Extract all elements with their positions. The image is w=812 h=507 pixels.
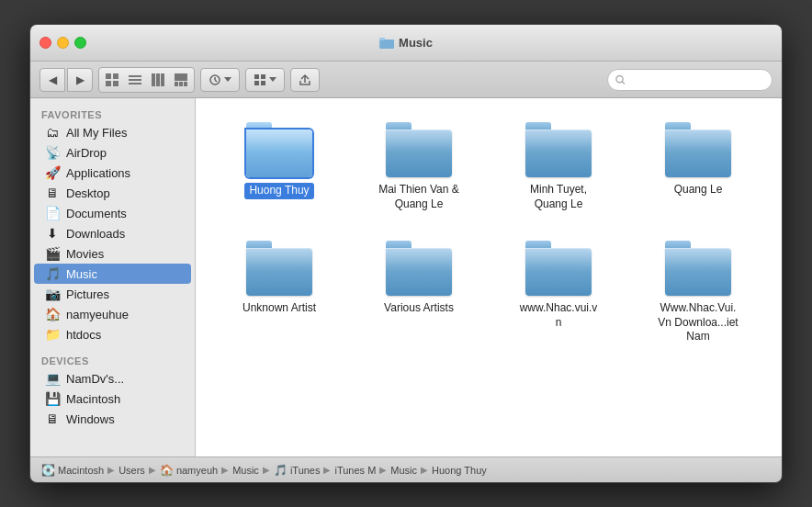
file-label: Huong Thuy <box>244 183 313 199</box>
finder-window: Music ◀ ▶ <box>29 24 783 483</box>
desktop-icon: 🖥 <box>45 186 60 200</box>
arrange-button[interactable] <box>245 68 285 92</box>
file-item-www-nhac[interactable]: www.Nhac.vui.vn <box>493 235 624 350</box>
svg-line-24 <box>622 81 625 84</box>
maximize-button[interactable] <box>74 37 86 49</box>
sidebar-item-airdrop[interactable]: 📡 AirDrop <box>34 142 191 163</box>
svg-rect-20 <box>261 74 265 79</box>
sidebar-item-downloads[interactable]: ⬇ Downloads <box>34 223 191 243</box>
column-view-button[interactable] <box>147 70 169 90</box>
sidebar-item-namyeuhue[interactable]: 🏠 namyeuhue <box>34 304 191 324</box>
svg-rect-15 <box>184 82 187 86</box>
back-button[interactable]: ◀ <box>39 68 65 92</box>
user-breadcrumb-icon: 🏠 <box>160 464 174 477</box>
sidebar-item-music[interactable]: 🎵 Music <box>34 264 191 284</box>
file-label: Various Artists <box>384 301 454 316</box>
file-item-huong-thuy[interactable]: Huong Thuy <box>214 117 344 217</box>
sidebar-item-documents[interactable]: 📄 Documents <box>34 203 191 223</box>
search-input[interactable] <box>629 73 764 86</box>
sidebar-item-pictures[interactable]: 📷 Pictures <box>34 284 191 304</box>
breadcrumb-itunes[interactable]: 🎵 iTunes <box>274 464 321 477</box>
folder-icon <box>246 241 312 296</box>
svg-rect-21 <box>254 81 259 85</box>
documents-icon: 📄 <box>45 206 60 220</box>
svg-rect-19 <box>254 74 259 79</box>
all-my-files-icon: 🗂 <box>45 125 60 140</box>
folder-icon <box>246 122 312 177</box>
icon-view-button[interactable] <box>101 70 123 90</box>
action-button[interactable] <box>200 68 240 92</box>
sidebar-item-windows[interactable]: 🖥 Windows <box>34 409 191 429</box>
sidebar-item-label: Music <box>66 267 97 281</box>
breadcrumb-music2[interactable]: Music <box>390 465 417 476</box>
htdocs-icon: 📁 <box>45 327 60 342</box>
sidebar-item-label: Pictures <box>66 287 109 301</box>
breadcrumb-users[interactable]: Users <box>118 465 145 476</box>
svg-rect-9 <box>152 73 155 86</box>
svg-rect-14 <box>179 82 183 86</box>
svg-rect-7 <box>129 79 141 81</box>
breadcrumb-music[interactable]: Music <box>232 465 259 476</box>
title-folder-icon <box>379 38 394 49</box>
titlebar: Music <box>30 25 782 62</box>
cover-flow-button[interactable] <box>170 70 192 90</box>
file-grid: Huong Thuy Mai Thien Van & Quang Le <box>214 117 763 350</box>
file-label: Minh Tuyet, Quang Le <box>517 183 600 211</box>
list-view-button[interactable] <box>124 70 146 90</box>
folder-icon <box>386 122 452 177</box>
statusbar: 💽 Macintosh ▶ Users ▶ 🏠 namyeuh ▶ Music … <box>30 456 782 482</box>
svg-rect-8 <box>129 83 141 84</box>
file-label: Mai Thien Van & Quang Le <box>378 183 460 211</box>
folder-icon <box>386 241 452 296</box>
sidebar-item-movies[interactable]: 🎬 Movies <box>34 243 191 264</box>
namdvs-icon: 💻 <box>45 371 60 386</box>
share-button[interactable] <box>290 68 320 92</box>
sidebar-item-applications[interactable]: 🚀 Applications <box>34 163 191 183</box>
minimize-button[interactable] <box>57 37 69 49</box>
sidebar-item-label: Movies <box>66 247 104 261</box>
file-item-mai-thien-van[interactable]: Mai Thien Van & Quang Le <box>354 117 484 217</box>
svg-rect-0 <box>379 39 394 49</box>
sidebar-item-namdvs[interactable]: 💻 NamDv's... <box>34 368 191 389</box>
file-label: Unknown Artist <box>242 301 316 316</box>
file-item-minh-tuyet[interactable]: Minh Tuyet, Quang Le <box>493 117 624 217</box>
sidebar-item-all-my-files[interactable]: 🗂 All My Files <box>34 122 191 142</box>
itunes-breadcrumb-icon: 🎵 <box>274 464 288 477</box>
file-item-www-nhac-vn[interactable]: Www.Nhac.Vui.Vn Downloa...iet Nam <box>633 235 763 350</box>
sidebar-item-label: Desktop <box>66 186 110 200</box>
forward-button[interactable]: ▶ <box>67 68 93 92</box>
breadcrumb-macintosh[interactable]: 💽 Macintosh <box>41 464 104 477</box>
sidebar-item-macintosh[interactable]: 💾 Macintosh <box>34 389 191 409</box>
file-item-unknown-artist[interactable]: Unknown Artist <box>214 235 344 350</box>
svg-rect-10 <box>156 73 160 86</box>
sidebar-item-label: Windows <box>66 412 115 426</box>
sidebar-item-label: namyeuhue <box>66 308 129 321</box>
view-selector <box>98 67 195 93</box>
search-box[interactable] <box>607 69 773 91</box>
sidebar-item-label: All My Files <box>66 126 127 140</box>
sidebar-item-desktop[interactable]: 🖥 Desktop <box>34 183 191 203</box>
svg-rect-3 <box>113 73 118 79</box>
sidebar-item-label: AirDrop <box>66 146 107 160</box>
toolbar: ◀ ▶ <box>30 62 782 98</box>
svg-rect-5 <box>113 81 118 86</box>
breadcrumb-huong-thuy[interactable]: Huong Thuy <box>432 465 487 476</box>
svg-rect-11 <box>161 73 164 86</box>
sidebar-item-htdocs[interactable]: 📁 htdocs <box>34 324 191 344</box>
file-item-various-artists[interactable]: Various Artists <box>354 235 484 350</box>
main-content: FAVORITES 🗂 All My Files 📡 AirDrop 🚀 App… <box>30 98 782 456</box>
sidebar-item-label: Downloads <box>66 227 125 241</box>
traffic-lights <box>39 37 86 49</box>
pictures-icon: 📷 <box>45 287 60 301</box>
close-button[interactable] <box>39 37 51 49</box>
breadcrumb-namyeuh[interactable]: 🏠 namyeuh <box>160 464 218 477</box>
sidebar-item-label: htdocs <box>66 328 101 342</box>
svg-rect-1 <box>379 38 385 40</box>
folder-icon <box>525 122 592 177</box>
file-label: Quang Le <box>674 183 723 197</box>
svg-rect-13 <box>175 82 178 86</box>
file-area[interactable]: Huong Thuy Mai Thien Van & Quang Le <box>196 98 782 456</box>
window-title: Music <box>379 36 433 50</box>
file-item-quang-le[interactable]: Quang Le <box>633 117 763 217</box>
breadcrumb-itunes-m[interactable]: iTunes M <box>334 465 376 476</box>
